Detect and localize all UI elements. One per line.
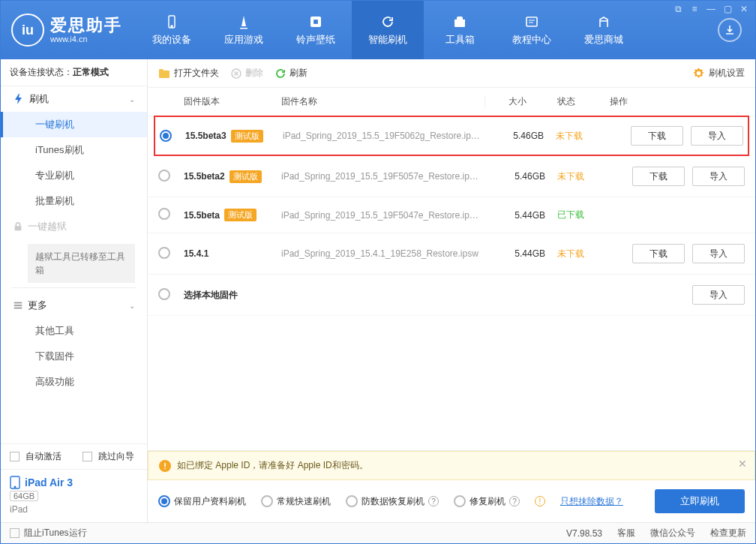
- topnav-label: 铃声壁纸: [296, 33, 335, 47]
- block-itunes-checkbox[interactable]: [10, 528, 20, 538]
- import-button[interactable]: 导入: [692, 167, 745, 186]
- firmware-radio[interactable]: [158, 208, 170, 220]
- flash-option-label: 防数据恢复刷机: [362, 495, 424, 508]
- topnav-icon: [596, 14, 612, 30]
- erase-data-link[interactable]: 只想抹除数据？: [560, 495, 623, 508]
- lock-icon: [13, 221, 23, 232]
- flash-option-label: 常规快速刷机: [277, 495, 331, 508]
- device-info[interactable]: iPad Air 3 64GB iPad: [1, 469, 147, 522]
- skip-guide-label: 跳过向导: [98, 450, 134, 463]
- download-icon: [724, 24, 736, 36]
- auto-activate-checkbox[interactable]: [10, 452, 20, 461]
- download-button[interactable]: 下载: [632, 167, 685, 186]
- local-firmware-radio[interactable]: [158, 288, 170, 300]
- device-type: iPad: [10, 504, 138, 515]
- sidebar: 设备连接状态：正常模式 刷机 ⌄ 一键刷机iTunes刷机专业刷机批量刷机 一键…: [1, 59, 148, 522]
- notice-close-button[interactable]: ✕: [738, 458, 747, 470]
- flash-option-radio[interactable]: [346, 495, 358, 507]
- sidebar-item[interactable]: 高级功能: [1, 369, 147, 395]
- apple-id-notice: 如已绑定 Apple ID，请准备好 Apple ID和密码。 ✕: [148, 451, 755, 480]
- sidebar-item[interactable]: 批量刷机: [1, 188, 147, 214]
- col-status: 状态: [550, 95, 610, 108]
- more-icon: [13, 300, 23, 311]
- sidebar-item[interactable]: 一键刷机: [1, 112, 147, 137]
- help-icon[interactable]: ?: [509, 496, 520, 506]
- sidebar-item[interactable]: 专业刷机: [1, 163, 147, 188]
- footer-support[interactable]: 客服: [617, 527, 635, 539]
- toolbar: 打开文件夹 删除 刷新 刷机设置: [148, 59, 755, 88]
- sidebar-jailbreak-label: 一键越狱: [28, 220, 67, 233]
- wc-list-icon[interactable]: ≡: [689, 4, 700, 14]
- device-name: iPad Air 3: [25, 476, 73, 488]
- notice-text: 如已绑定 Apple ID，请准备好 Apple ID和密码。: [177, 459, 368, 472]
- table-header: 固件版本 固件名称 大小 状态 操作: [148, 88, 755, 116]
- sidebar-item[interactable]: iTunes刷机: [1, 137, 147, 163]
- download-button[interactable]: 下载: [632, 244, 685, 263]
- flash-option-radio[interactable]: [454, 495, 466, 507]
- topnav-item-6[interactable]: 爱思商城: [568, 1, 640, 59]
- flash-option[interactable]: 常规快速刷机: [261, 495, 331, 508]
- firmware-filename: iPad_Spring_2019_15.5_19F5062g_Restore.i…: [283, 131, 484, 141]
- topnav-item-1[interactable]: 应用游戏: [208, 1, 280, 59]
- topnav-item-4[interactable]: 工具箱: [424, 1, 496, 59]
- import-button[interactable]: 导入: [691, 126, 743, 146]
- bottom-panel: 如已绑定 Apple ID，请准备好 Apple ID和密码。 ✕ 保留用户资料…: [148, 450, 755, 522]
- main-panel: 打开文件夹 删除 刷新 刷机设置 固件版本 固件名称 大小 状态 操作: [148, 59, 755, 522]
- topnav-item-0[interactable]: 我的设备: [136, 1, 208, 59]
- footer-wechat[interactable]: 微信公众号: [650, 527, 695, 539]
- open-folder-label: 打开文件夹: [174, 67, 219, 80]
- refresh-button[interactable]: 刷新: [275, 67, 308, 80]
- logo-icon: iu: [11, 14, 44, 47]
- flash-options-row: 保留用户资料刷机常规快速刷机防数据恢复刷机?修复刷机?!只想抹除数据？立即刷机: [148, 480, 755, 522]
- firmware-list: 15.5beta3测试版iPad_Spring_2019_15.5_19F506…: [148, 116, 755, 275]
- firmware-status: 未下载: [548, 130, 608, 143]
- topnav-item-3[interactable]: 智能刷机: [352, 1, 424, 59]
- sidebar-group-more[interactable]: 更多 ⌄: [1, 293, 147, 318]
- firmware-filename: iPad_Spring_2019_15.5_19F5047e_Restore.i…: [281, 210, 485, 221]
- sidebar-item[interactable]: 其他工具: [1, 318, 147, 344]
- close-button[interactable]: ✕: [739, 4, 749, 14]
- wc-grid-icon[interactable]: ⧉: [673, 4, 683, 14]
- import-button[interactable]: 导入: [692, 285, 745, 305]
- flash-option-radio[interactable]: [261, 495, 273, 507]
- open-folder-button[interactable]: 打开文件夹: [158, 67, 219, 80]
- flash-settings-button[interactable]: 刷机设置: [693, 67, 745, 80]
- sidebar-group-flash[interactable]: 刷机 ⌄: [1, 86, 147, 112]
- topnav-icon: [164, 14, 180, 30]
- maximize-button[interactable]: ▢: [722, 4, 733, 14]
- firmware-radio[interactable]: [158, 170, 170, 182]
- firmware-size: 5.46GB: [484, 131, 548, 141]
- version-label: V7.98.53: [566, 528, 602, 539]
- flash-option[interactable]: 修复刷机?: [454, 495, 520, 508]
- sidebar-item[interactable]: 下载固件: [1, 344, 147, 369]
- col-action: 操作: [610, 95, 745, 108]
- help-icon[interactable]: ?: [428, 496, 439, 506]
- flash-now-button[interactable]: 立即刷机: [655, 489, 745, 513]
- flash-option-radio[interactable]: [158, 495, 170, 507]
- firmware-version: 15.5beta2: [184, 171, 225, 182]
- delete-icon: [231, 68, 242, 79]
- firmware-filename: iPad_Spring_2019_15.5_19F5057e_Restore.i…: [281, 171, 485, 182]
- import-button[interactable]: 导入: [692, 244, 745, 263]
- svg-rect-6: [14, 305, 22, 306]
- flash-option[interactable]: 防数据恢复刷机?: [346, 495, 439, 508]
- download-button[interactable]: 下载: [631, 126, 683, 146]
- footer-check-update[interactable]: 检查更新: [710, 527, 746, 539]
- app-header: ⧉ ≡ — ▢ ✕ iu 爱思助手 www.i4.cn 我的设备应用游戏铃声壁纸…: [1, 1, 755, 59]
- warning-icon: [159, 460, 171, 472]
- topnav-icon: [380, 14, 396, 30]
- info-icon[interactable]: !: [535, 496, 545, 506]
- logo[interactable]: iu 爱思助手 www.i4.cn: [1, 14, 136, 47]
- sidebar-group-jailbreak: 一键越狱: [1, 214, 147, 239]
- topnav-item-2[interactable]: 铃声壁纸: [280, 1, 352, 59]
- topnav-item-5[interactable]: 教程中心: [496, 1, 568, 59]
- flash-option[interactable]: 保留用户资料刷机: [158, 495, 246, 508]
- firmware-radio[interactable]: [160, 130, 172, 142]
- minimize-button[interactable]: —: [706, 4, 716, 14]
- firmware-row: 15.5beta测试版iPad_Spring_2019_15.5_19F5047…: [148, 197, 755, 233]
- firmware-radio[interactable]: [158, 247, 170, 259]
- top-nav: 我的设备应用游戏铃声壁纸智能刷机工具箱教程中心爱思商城: [136, 1, 640, 59]
- downloads-button[interactable]: [718, 18, 742, 42]
- firmware-size: 5.44GB: [485, 248, 550, 259]
- skip-guide-checkbox[interactable]: [82, 452, 92, 461]
